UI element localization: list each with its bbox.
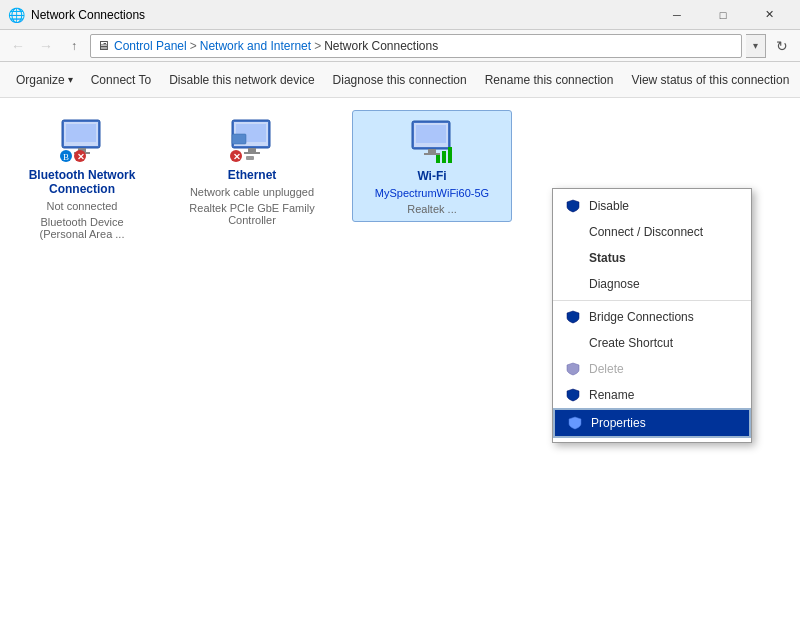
disable-label: Disable this network device <box>169 73 314 87</box>
back-button[interactable]: ← <box>6 34 30 58</box>
ctx-properties[interactable]: Properties <box>553 408 751 438</box>
address-bar: ← → ↑ 🖥 Control Panel > Network and Inte… <box>0 30 800 62</box>
ctx-shortcut-label: Create Shortcut <box>589 336 673 350</box>
svg-rect-20 <box>416 125 446 143</box>
ctx-status-spacer <box>565 250 581 266</box>
disable-button[interactable]: Disable this network device <box>161 66 322 94</box>
up-button[interactable]: ↑ <box>62 34 86 58</box>
title-bar-icon: 🌐 <box>8 7 25 23</box>
network-items-area: B ✕ Bluetooth Network Connection Not con… <box>0 98 800 626</box>
ctx-diagnose-spacer <box>565 276 581 292</box>
ctx-disable-label: Disable <box>589 199 629 213</box>
title-bar-text: Network Connections <box>31 8 145 22</box>
ethernet-connection-name: Ethernet <box>228 168 277 182</box>
svg-rect-23 <box>436 155 440 163</box>
shield-icon-delete <box>565 361 581 377</box>
ctx-connect[interactable]: Connect / Disconnect <box>553 219 751 245</box>
ethernet-connection-item[interactable]: ✕ Ethernet Network cable unplugged Realt… <box>182 110 322 232</box>
breadcrumb-sep-2: > <box>314 39 321 53</box>
svg-rect-17 <box>246 156 254 160</box>
svg-rect-12 <box>248 148 256 152</box>
view-status-button[interactable]: View status of this connection <box>623 66 797 94</box>
ctx-delete-label: Delete <box>589 362 624 376</box>
rename-button[interactable]: Rename this connection <box>477 66 622 94</box>
ctx-rename-label: Rename <box>589 388 634 402</box>
wifi-icon-wrapper <box>408 117 456 165</box>
ctx-shortcut[interactable]: Create Shortcut <box>553 330 751 356</box>
wifi-connection-name: Wi-Fi <box>417 169 446 183</box>
svg-text:✕: ✕ <box>77 152 85 162</box>
ctx-diagnose-label: Diagnose <box>589 277 640 291</box>
view-status-label: View status of this connection <box>631 73 789 87</box>
organize-label: Organize <box>16 73 65 87</box>
breadcrumb-sep-1: > <box>190 39 197 53</box>
bluetooth-icon-wrapper: B ✕ <box>58 116 106 164</box>
ctx-separator-1 <box>553 300 751 301</box>
svg-rect-14 <box>232 134 246 144</box>
ctx-connect-spacer <box>565 224 581 240</box>
ctx-status[interactable]: Status <box>553 245 751 271</box>
svg-rect-21 <box>428 149 436 153</box>
ctx-status-label: Status <box>589 251 626 265</box>
maximize-button[interactable]: □ <box>700 0 746 30</box>
svg-rect-24 <box>442 151 446 163</box>
toolbar: Organize ▾ Connect To Disable this netwo… <box>0 62 800 98</box>
wifi-connection-item[interactable]: Wi-Fi MySpectrumWiFi60-5G Realtek ... <box>352 110 512 222</box>
breadcrumb-network-connections: Network Connections <box>324 39 438 53</box>
svg-rect-22 <box>424 153 440 155</box>
bluetooth-connection-item[interactable]: B ✕ Bluetooth Network Connection Not con… <box>12 110 152 246</box>
wifi-connection-hw: Realtek ... <box>407 203 457 215</box>
address-dropdown-button[interactable]: ▾ <box>746 34 766 58</box>
ctx-properties-label: Properties <box>591 416 646 430</box>
diagnose-button[interactable]: Diagnose this connection <box>325 66 475 94</box>
ctx-bridge[interactable]: Bridge Connections <box>553 304 751 330</box>
bluetooth-connection-status: Not connected <box>47 200 118 212</box>
breadcrumb-network-internet[interactable]: Network and Internet <box>200 39 311 53</box>
wifi-monitor-icon <box>408 117 456 165</box>
shield-icon-bridge <box>565 309 581 325</box>
ctx-bridge-label: Bridge Connections <box>589 310 694 324</box>
connect-to-button[interactable]: Connect To <box>83 66 160 94</box>
wifi-connection-status: MySpectrumWiFi60-5G <box>375 187 489 199</box>
organize-dropdown-icon: ▾ <box>68 74 73 85</box>
title-bar: 🌐 Network Connections ─ □ ✕ <box>0 0 800 30</box>
svg-text:B: B <box>63 152 69 162</box>
ctx-connect-label: Connect / Disconnect <box>589 225 703 239</box>
close-button[interactable]: ✕ <box>746 0 792 30</box>
shield-icon-rename <box>565 387 581 403</box>
context-menu: Disable Connect / Disconnect Status Diag… <box>552 188 752 443</box>
content-area: B ✕ Bluetooth Network Connection Not con… <box>0 98 800 626</box>
ethernet-monitor-icon: ✕ <box>228 116 276 164</box>
shield-icon-disable <box>565 198 581 214</box>
breadcrumb-control-panel[interactable]: Control Panel <box>114 39 187 53</box>
svg-rect-13 <box>244 152 260 154</box>
organize-button[interactable]: Organize ▾ <box>8 66 81 94</box>
minimize-button[interactable]: ─ <box>654 0 700 30</box>
ethernet-connection-status: Network cable unplugged <box>190 186 314 198</box>
shield-icon-properties <box>567 415 583 431</box>
bluetooth-connection-name: Bluetooth Network Connection <box>18 168 146 196</box>
ctx-diagnose[interactable]: Diagnose <box>553 271 751 297</box>
rename-label: Rename this connection <box>485 73 614 87</box>
address-path[interactable]: 🖥 Control Panel > Network and Internet >… <box>90 34 742 58</box>
ctx-shortcut-spacer <box>565 335 581 351</box>
bluetooth-monitor-icon: B ✕ <box>58 116 106 164</box>
ctx-rename[interactable]: Rename <box>553 382 751 408</box>
svg-rect-25 <box>448 147 452 163</box>
svg-text:✕: ✕ <box>233 152 241 162</box>
svg-rect-2 <box>66 124 96 142</box>
refresh-button[interactable]: ↻ <box>770 34 794 58</box>
ethernet-icon-wrapper: ✕ <box>228 116 276 164</box>
title-bar-controls: ─ □ ✕ <box>654 0 792 30</box>
forward-button[interactable]: → <box>34 34 58 58</box>
ethernet-connection-hw: Realtek PCIe GbE Family Controller <box>188 202 316 226</box>
breadcrumb-icon: 🖥 <box>97 38 110 53</box>
ctx-delete[interactable]: Delete <box>553 356 751 382</box>
connect-to-label: Connect To <box>91 73 152 87</box>
bluetooth-connection-hw: Bluetooth Device (Personal Area ... <box>18 216 146 240</box>
ctx-disable[interactable]: Disable <box>553 193 751 219</box>
diagnose-label: Diagnose this connection <box>333 73 467 87</box>
